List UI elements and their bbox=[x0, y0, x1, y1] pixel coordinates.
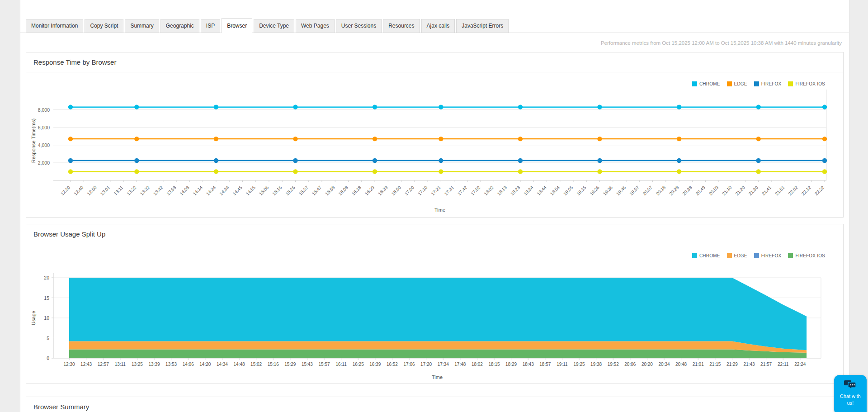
svg-text:12:30: 12:30 bbox=[63, 362, 75, 367]
svg-text:21:51: 21:51 bbox=[774, 185, 786, 196]
svg-text:21:20: 21:20 bbox=[734, 185, 746, 196]
legend-item-firefox-ios[interactable]: FIREFOX IOS bbox=[788, 253, 825, 258]
svg-text:16:52: 16:52 bbox=[387, 362, 398, 367]
svg-text:17:42: 17:42 bbox=[457, 185, 468, 196]
svg-text:14:45: 14:45 bbox=[231, 185, 243, 196]
chat-label: Chat with us! bbox=[834, 392, 867, 407]
svg-text:18:02: 18:02 bbox=[483, 185, 495, 196]
tab-copy-script[interactable]: Copy Script bbox=[85, 19, 123, 33]
svg-text:18:13: 18:13 bbox=[496, 185, 508, 196]
svg-text:21:41: 21:41 bbox=[761, 185, 773, 196]
svg-text:17:06: 17:06 bbox=[403, 362, 415, 367]
svg-text:13:11: 13:11 bbox=[115, 362, 126, 367]
svg-text:16:08: 16:08 bbox=[337, 185, 349, 196]
legend-item-edge[interactable]: EDGE bbox=[727, 253, 747, 258]
tab-summary[interactable]: Summary bbox=[125, 19, 159, 33]
left-gutter bbox=[0, 0, 20, 412]
browser-summary-panel: Browser Summary bbox=[26, 397, 844, 412]
svg-text:15: 15 bbox=[44, 295, 49, 301]
svg-text:17:31: 17:31 bbox=[443, 185, 455, 196]
legend-item-firefox[interactable]: FIREFOX bbox=[754, 253, 782, 258]
legend-item-chrome[interactable]: CHROME bbox=[692, 81, 720, 86]
svg-text:18:54: 18:54 bbox=[549, 185, 561, 196]
svg-text:14:14: 14:14 bbox=[192, 185, 204, 196]
svg-text:18:34: 18:34 bbox=[523, 185, 534, 196]
svg-text:16:29: 16:29 bbox=[364, 185, 376, 196]
legend-item-edge[interactable]: EDGE bbox=[727, 81, 747, 86]
svg-text:12:30: 12:30 bbox=[60, 185, 71, 196]
svg-text:17:48: 17:48 bbox=[454, 362, 466, 367]
legend-label: CHROME bbox=[699, 253, 720, 258]
svg-text:17:21: 17:21 bbox=[430, 185, 442, 196]
tab-ajax-calls[interactable]: Ajax calls bbox=[421, 19, 455, 33]
usage-chart-area: CHROMEEDGEFIREFOXFIREFOX IOS 0510152012:… bbox=[26, 244, 843, 384]
svg-text:Time: Time bbox=[434, 207, 445, 213]
usage-chart: 0510152012:3012:4312:5713:1113:2513:3913… bbox=[29, 245, 840, 383]
svg-text:18:23: 18:23 bbox=[509, 185, 521, 196]
response-time-panel-title: Response Time by Browser bbox=[26, 52, 843, 72]
browser-summary-panel-title: Browser Summary bbox=[26, 397, 843, 412]
svg-text:Response Time(ms): Response Time(ms) bbox=[31, 118, 36, 163]
legend-label: CHROME bbox=[699, 81, 720, 86]
svg-text:20:06: 20:06 bbox=[624, 362, 636, 367]
svg-text:22:12: 22:12 bbox=[801, 185, 812, 196]
svg-text:13:32: 13:32 bbox=[139, 185, 151, 196]
svg-text:13:01: 13:01 bbox=[99, 185, 111, 196]
svg-text:18:29: 18:29 bbox=[505, 362, 517, 367]
tab-resources[interactable]: Resources bbox=[383, 19, 420, 33]
svg-text:16:25: 16:25 bbox=[353, 362, 364, 367]
tab-web-pages[interactable]: Web Pages bbox=[296, 19, 335, 33]
svg-text:13:39: 13:39 bbox=[148, 362, 160, 367]
svg-text:18:57: 18:57 bbox=[539, 362, 551, 367]
svg-text:6,000: 6,000 bbox=[38, 125, 50, 130]
response-time-svg: 2,0004,0006,0008,00012:3012:4012:5013:01… bbox=[29, 73, 838, 214]
svg-text:20:28: 20:28 bbox=[668, 185, 680, 196]
svg-text:14:06: 14:06 bbox=[183, 362, 194, 367]
svg-text:15:37: 15:37 bbox=[298, 185, 310, 196]
svg-text:14:48: 14:48 bbox=[233, 362, 245, 367]
chat-widget[interactable]: Chat with us! bbox=[834, 375, 867, 412]
svg-text:22:02: 22:02 bbox=[787, 185, 799, 196]
svg-text:12:40: 12:40 bbox=[73, 185, 85, 196]
svg-text:21:30: 21:30 bbox=[748, 185, 760, 196]
svg-text:14:20: 14:20 bbox=[199, 362, 211, 367]
svg-text:13:42: 13:42 bbox=[152, 185, 164, 196]
usage-panel: Browser Usage Split Up CHROMEEDGEFIREFOX… bbox=[26, 224, 844, 384]
tab-device-type[interactable]: Device Type bbox=[254, 19, 294, 33]
tab-monitor-information[interactable]: Monitor Information bbox=[26, 19, 83, 33]
svg-text:21:10: 21:10 bbox=[721, 185, 733, 196]
svg-text:17:00: 17:00 bbox=[404, 185, 415, 196]
svg-text:20:59: 20:59 bbox=[708, 185, 720, 196]
legend-label: EDGE bbox=[734, 253, 747, 258]
legend-label: EDGE bbox=[734, 81, 747, 86]
svg-text:15:26: 15:26 bbox=[284, 185, 296, 196]
svg-text:20:38: 20:38 bbox=[681, 185, 693, 196]
svg-text:14:34: 14:34 bbox=[218, 185, 230, 196]
svg-text:17:10: 17:10 bbox=[417, 185, 429, 196]
svg-text:14:03: 14:03 bbox=[179, 185, 190, 196]
svg-text:17:20: 17:20 bbox=[420, 362, 432, 367]
legend-item-firefox-ios[interactable]: FIREFOX IOS bbox=[788, 81, 825, 86]
tab-isp[interactable]: ISP bbox=[201, 19, 220, 33]
svg-text:Usage: Usage bbox=[31, 311, 36, 325]
svg-text:20: 20 bbox=[44, 275, 49, 280]
svg-text:19:38: 19:38 bbox=[590, 362, 602, 367]
legend-label: FIREFOX IOS bbox=[795, 253, 825, 258]
tab-user-sessions[interactable]: User Sessions bbox=[336, 19, 382, 33]
legend-label: FIREFOX bbox=[761, 253, 782, 258]
svg-text:18:02: 18:02 bbox=[472, 362, 483, 367]
svg-text:15:57: 15:57 bbox=[318, 362, 330, 367]
tab-javascript-errors[interactable]: JavaScript Errors bbox=[456, 19, 509, 33]
svg-text:18:43: 18:43 bbox=[523, 362, 534, 367]
svg-text:20:49: 20:49 bbox=[695, 185, 707, 196]
tab-bar: Monitor InformationCopy ScriptSummaryGeo… bbox=[20, 0, 849, 33]
legend-item-firefox[interactable]: FIREFOX bbox=[754, 81, 782, 86]
tab-geographic[interactable]: Geographic bbox=[160, 19, 199, 33]
svg-text:13:25: 13:25 bbox=[132, 362, 143, 367]
svg-text:14:55: 14:55 bbox=[245, 185, 257, 196]
svg-text:Time: Time bbox=[432, 374, 443, 380]
tab-browser[interactable]: Browser bbox=[222, 18, 252, 33]
response-time-chart: 2,0004,0006,0008,00012:3012:4012:5013:01… bbox=[29, 73, 840, 216]
legend-item-chrome[interactable]: CHROME bbox=[692, 253, 720, 258]
legend-swatch-firefox bbox=[754, 81, 759, 86]
